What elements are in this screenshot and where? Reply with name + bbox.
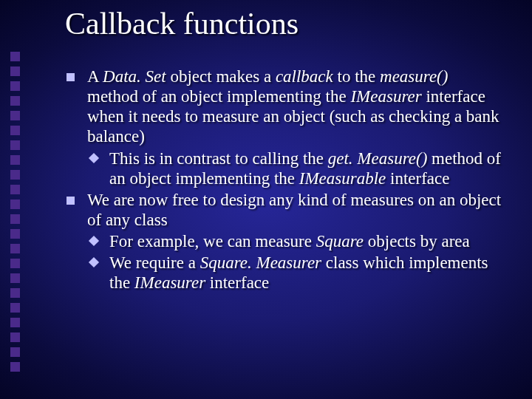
- decor-square: [10, 96, 20, 106]
- decor-square: [10, 318, 20, 327]
- text: We are now free to design any kind of me…: [87, 191, 501, 229]
- decor-square: [10, 288, 20, 298]
- decor-square: [10, 155, 20, 165]
- text: We require a: [109, 253, 200, 272]
- decor-square: [10, 126, 20, 135]
- decor-square: [10, 170, 20, 180]
- text-italic: Square: [316, 232, 364, 250]
- text: objects by area: [364, 232, 470, 250]
- text-italic: IMeasurer: [134, 273, 205, 292]
- decor-square: [10, 185, 20, 194]
- text: interface: [205, 273, 269, 292]
- bullet-2: We are now free to design any kind of me…: [66, 190, 502, 230]
- decor-square: [10, 81, 20, 91]
- text: to the: [333, 67, 380, 86]
- decor-square: [10, 273, 20, 283]
- decor-square: [10, 214, 20, 224]
- bullet-2-sub-1: For example, we can measure Square objec…: [90, 231, 502, 251]
- slide-title: Callback functions: [65, 6, 299, 41]
- text-italic: measure(): [380, 67, 448, 86]
- decor-square: [10, 332, 20, 342]
- decor-square: [10, 347, 20, 357]
- decor-square: [10, 111, 20, 120]
- decor-square: [10, 244, 20, 253]
- text: object makes a: [166, 67, 276, 86]
- text-italic: get. Measure(): [328, 149, 428, 168]
- decor-square: [10, 303, 20, 313]
- decor-square: [10, 140, 20, 150]
- text-italic: Data. Set: [103, 67, 166, 86]
- bullet-2-sub-2: We require a Square. Measurer class whic…: [90, 253, 502, 293]
- text: method of an object implementing the: [87, 87, 350, 106]
- decor-square: [10, 66, 20, 76]
- slide: Callback functions A Data. Set object ma…: [0, 0, 532, 399]
- text: interface: [386, 169, 449, 188]
- text: A: [87, 67, 103, 86]
- bullet-1-sub-1: This is in contrast to calling the get. …: [90, 149, 502, 188]
- text-italic: IMeasurer: [350, 87, 421, 106]
- decor-square: [10, 362, 20, 372]
- text-italic: callback: [276, 67, 333, 86]
- text: For example, we can measure: [109, 232, 316, 250]
- text-italic: Square. Measurer: [200, 253, 321, 272]
- decor-square: [10, 229, 20, 239]
- decor-square: [10, 52, 20, 61]
- text-italic: IMeasurable: [299, 169, 386, 188]
- content-area: A Data. Set object makes a callback to t…: [66, 66, 502, 294]
- bullet-1: A Data. Set object makes a callback to t…: [66, 66, 502, 147]
- decorative-squares: [10, 52, 20, 372]
- text: This is in contrast to calling the: [109, 149, 328, 168]
- decor-square: [10, 259, 20, 268]
- decor-square: [10, 200, 20, 209]
